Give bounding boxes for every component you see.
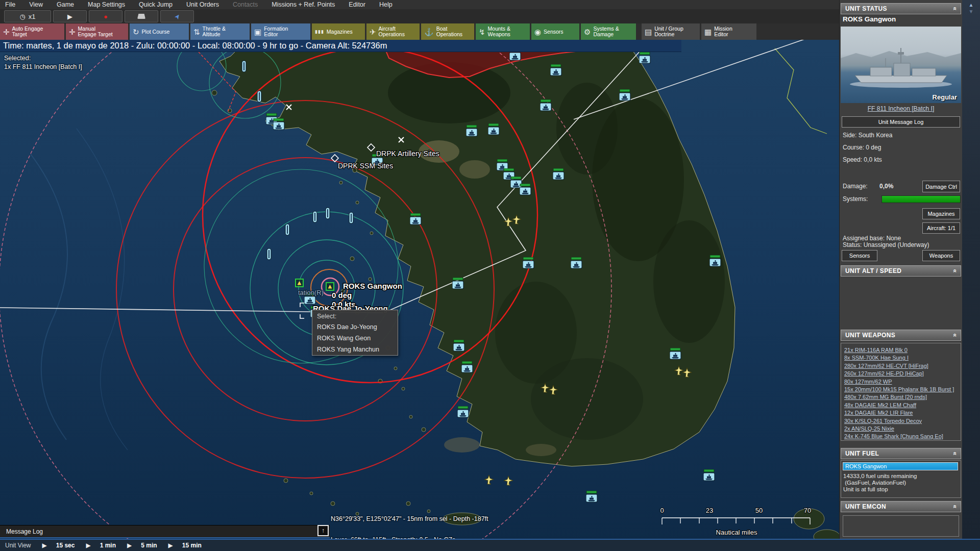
map-unit-ship[interactable] [452, 278, 463, 289]
weapon-link[interactable]: 2x AN/SLQ-25 Nixie [844, 425, 961, 433]
map-unit-ship[interactable] [639, 52, 650, 63]
map-unit-green[interactable] [326, 283, 334, 290]
fuel-unit-row[interactable]: ROKS Gangwon [843, 462, 958, 470]
map-unit-ship[interactable] [457, 406, 469, 417]
weapon-link[interactable]: 24x K-745 Blue Shark [Chung Sang Eo] [844, 433, 961, 440]
time-preset-1min[interactable]: 1 min [100, 542, 116, 549]
menu-missions-ref-points[interactable]: Missions + Ref. Points [272, 1, 335, 8]
menu-game[interactable]: Game [57, 1, 74, 8]
map-unit-ship[interactable] [488, 123, 499, 135]
weapon-link[interactable]: 80x 127mm/62 WP [844, 378, 961, 386]
map-unit-ship[interactable] [461, 361, 473, 372]
context-menu-item[interactable]: ROKS Yang Manchun [312, 344, 398, 355]
sidebar-scrollbar[interactable]: ▲ ▼ [962, 0, 980, 539]
throttle-altitude-button[interactable]: ⇅ Throttle & Altitude [190, 23, 250, 40]
map-unit-helo[interactable] [285, 224, 289, 235]
map-unit-ship[interactable] [520, 184, 531, 195]
menu-help[interactable]: Help [379, 1, 393, 8]
weapon-link[interactable]: 15x 20mm/100 Mk15 Phalanx Blk 1B Burst ] [844, 386, 961, 393]
weapon-link[interactable]: 8x SSM-700K Hae Sung I [844, 354, 961, 362]
magazines-button[interactable]: ▮▮▮ Magazines [312, 23, 365, 40]
map-unit-ship[interactable] [273, 118, 284, 130]
expand-message-log-button[interactable]: ↑ [317, 525, 329, 536]
aircraft-panel-button[interactable]: Aircraft: 1/1 [922, 222, 960, 234]
unit-group-doctrine-button[interactable]: ▤ Unit / Group Doctrine [642, 23, 700, 40]
message-log-bar[interactable]: Message Log [0, 525, 330, 538]
map-unit-ship[interactable] [540, 99, 551, 111]
magazines-panel-button[interactable]: Magazines [922, 208, 960, 219]
weapon-link[interactable]: 12x DAGAIE Mk2 LIR Flare [844, 409, 961, 417]
map-unit-helo[interactable] [267, 248, 271, 260]
menu-map-settings[interactable]: Map Settings [88, 1, 125, 8]
map-unit-helo[interactable] [326, 208, 330, 219]
menu-unit-orders[interactable]: Unit Orders [186, 1, 219, 8]
unit-view-label[interactable]: Unit View [5, 542, 31, 549]
map-unit-ship[interactable] [466, 125, 477, 136]
weapon-link[interactable]: 21x RIM-116A RAM Blk 0 [844, 346, 961, 354]
time-preset-15min[interactable]: 15 min [182, 542, 202, 549]
map-unit-helo[interactable] [257, 91, 261, 102]
menu-quick-jump[interactable]: Quick Jump [139, 1, 173, 8]
time-preset-15sec[interactable]: 15 sec [56, 542, 75, 549]
weapon-link[interactable]: 280x 127mm/62 HE-CVT [HiFrag] [844, 362, 961, 370]
sensors-panel-button[interactable]: Sensors [842, 250, 877, 261]
play-step-icon[interactable]: ▶ [168, 542, 173, 549]
unit-message-log-button[interactable]: Unit Message Log [842, 116, 960, 128]
map-unit-ship[interactable] [453, 340, 464, 351]
time-preset-5min[interactable]: 5 min [141, 542, 157, 549]
unit-fuel-header[interactable]: UNIT FUEL « [841, 448, 961, 459]
scroll-up-icon[interactable]: ▲ [969, 2, 974, 8]
unit-alt-speed-header[interactable]: UNIT ALT / SPEED « [841, 265, 961, 277]
map-unit-ship[interactable] [670, 348, 681, 359]
damage-ctrl-button[interactable]: Damage Ctrl [922, 181, 960, 192]
map-unit-ship[interactable] [410, 213, 421, 224]
plot-course-button[interactable]: ↻ Plot Course [130, 23, 189, 40]
auto-engage-target-button[interactable]: ✛ Auto Engage Target [0, 23, 64, 40]
pointer-jump-button[interactable]: ➤ [160, 10, 194, 22]
unit-class-link[interactable]: FF 811 Incheon [Batch I] [840, 105, 962, 112]
mounts-weapons-button[interactable]: ↯ Mounts & Weapons [476, 23, 530, 40]
weapon-link[interactable]: 48x DAGAIE Mk2 LEM Chaff [844, 402, 961, 409]
play-step-icon[interactable]: ▶ [42, 542, 46, 549]
map-unit-green[interactable] [296, 279, 303, 287]
play-button[interactable]: ▶ [53, 10, 87, 22]
menu-file[interactable]: File [5, 1, 15, 8]
map-unit-ship[interactable] [571, 257, 582, 268]
play-step-icon[interactable]: ▶ [86, 542, 90, 549]
map-unit-helo[interactable] [313, 211, 317, 222]
mission-editor-button[interactable]: ▦ Mission Editor [701, 23, 756, 40]
map-unit-ship[interactable] [619, 89, 630, 101]
unit-status-header[interactable]: UNIT STATUS « [841, 3, 961, 14]
map-unit-ship[interactable] [550, 64, 561, 76]
map-unit-helo[interactable] [242, 61, 246, 72]
aircraft-operations-button[interactable]: ✈ Aircraft Operations [366, 23, 420, 40]
weapons-panel-button[interactable]: Weapons [922, 250, 960, 261]
menu-view[interactable]: View [29, 1, 43, 8]
boat-operations-button[interactable]: ⚓ Boat Operations [421, 23, 474, 40]
context-menu-item[interactable]: ROKS Dae Jo-Yeong [312, 321, 398, 333]
map[interactable]: ROKS Gangwon0 deg0,0 ktsROKS Dae Jo-Yeon… [0, 40, 839, 539]
unit-emcon-header[interactable]: UNIT EMCON « [841, 501, 961, 512]
context-menu-item[interactable]: ROKS Wang Geon [312, 333, 398, 344]
map-unit-ship[interactable] [553, 168, 564, 180]
weapon-link[interactable]: 480x 7.62mm MG Burst [20 rnds] [844, 393, 961, 401]
map-area[interactable]: ROKS Gangwon0 deg0,0 ktsROKS Dae Jo-Yeon… [0, 40, 839, 539]
unit-weapons-header[interactable]: UNIT WEAPONS « [841, 330, 961, 341]
sensors-button[interactable]: ◉ Sensors [531, 23, 579, 40]
print-button[interactable] [125, 10, 158, 22]
weapon-link[interactable]: 30x K/SLQ-261 Torpedo Decoy [844, 417, 961, 425]
map-unit-ship[interactable] [709, 255, 721, 266]
formation-editor-button[interactable]: ▣ Formation Editor [251, 23, 310, 40]
record-button[interactable]: ● [89, 10, 122, 22]
map-unit-ship[interactable] [586, 491, 597, 502]
map-unit-ship[interactable] [703, 469, 715, 481]
manual-engage-target-button[interactable]: ✛ Manual Engage Target [66, 23, 128, 40]
map-unit-helo[interactable] [349, 212, 353, 223]
menu-editor[interactable]: Editor [349, 1, 365, 8]
time-compression-button[interactable]: ◷ x1 [4, 10, 51, 22]
weapon-link[interactable]: 260x 127mm/62 HE-PD [HiCap] [844, 370, 961, 378]
play-step-icon[interactable]: ▶ [127, 542, 132, 549]
systems-damage-button[interactable]: ⚙ Systems & Damage [581, 23, 636, 40]
map-unit-ship[interactable] [523, 257, 534, 268]
scroll-down-icon[interactable]: ▼ [969, 9, 974, 14]
